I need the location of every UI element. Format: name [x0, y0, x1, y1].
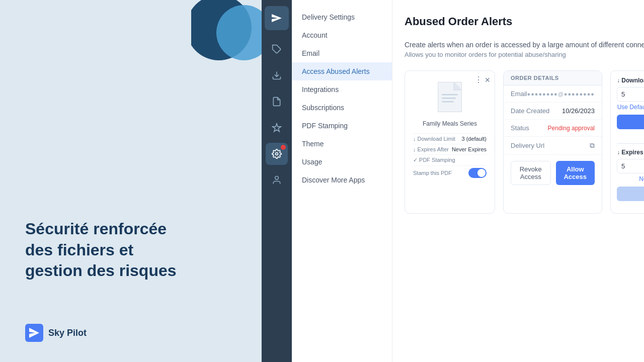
stamp-pdf-label: Stamp this PDF — [413, 170, 452, 176]
user-icon — [272, 175, 282, 185]
order-actions: Revoke Access Allow Access — [504, 155, 602, 191]
stamp-pdf-toggle[interactable] — [468, 168, 487, 178]
expires-after-section: ↓ Expires After Never Expires Days Never… — [617, 149, 644, 201]
svg-rect-10 — [442, 94, 458, 96]
logo-text: Sky Pilot — [48, 328, 87, 338]
svg-rect-2 — [25, 324, 43, 342]
content-area: Abused Order Alerts Save Create alerts w… — [392, 0, 644, 362]
nav-delivery-settings[interactable]: Delivery Settings — [292, 8, 392, 26]
nav-access-abused-alerts[interactable]: Access Abused Alerts — [292, 62, 392, 80]
close-icon[interactable]: ✕ — [485, 76, 491, 84]
order-date-value: 10/26/2023 — [562, 107, 595, 115]
hero-decoration — [191, 0, 262, 68]
download-save-button[interactable]: Save — [617, 115, 644, 129]
content-description: Create alerts when an order is accessed … — [405, 41, 644, 49]
order-status-badge: Pending approval — [548, 125, 595, 132]
svg-point-8 — [275, 176, 279, 180]
product-name: Family Meals Series — [423, 120, 477, 127]
order-details-card: ORDER DETAILS Email ●●●●●●●●@●●●●●●●● Da… — [503, 70, 602, 214]
expires-after-label: ↓ Expires After — [413, 146, 449, 152]
revoke-access-button[interactable]: Revoke Access — [511, 161, 551, 185]
download-limit-input-row: Downloads — [617, 87, 644, 102]
svg-marker-4 — [272, 14, 282, 22]
hero-line3: gestion des risques — [25, 261, 177, 280]
product-details-rows: ↓ Download Limit 3 (default) ↓ Expires A… — [413, 133, 487, 180]
expires-section-label: ↓ Expires After Never Expires — [617, 149, 644, 156]
expires-save-button[interactable]: Save — [617, 187, 644, 201]
file-icon — [272, 97, 282, 107]
order-date-row: Date Created 10/26/2023 — [504, 103, 602, 120]
dots-menu-icon[interactable]: ⋮ — [474, 75, 482, 84]
download-icon — [272, 70, 282, 80]
nav-account[interactable]: Account — [292, 26, 392, 44]
notification-badge — [281, 145, 286, 150]
sidebar-item-file[interactable] — [266, 90, 288, 113]
icon-sidebar — [262, 0, 292, 362]
content-header: Abused Order Alerts Save — [405, 12, 644, 31]
nav-email[interactable]: Email — [292, 44, 392, 62]
file-icon-wrap — [435, 79, 465, 115]
use-default-limit-link[interactable]: Use Default Download Limit(3) — [617, 104, 644, 111]
hero-line1: Sécurité renforcée — [25, 220, 167, 238]
allow-access-button[interactable]: Allow Access — [556, 161, 595, 185]
download-limit-section-label: ↓ Download Limit 3 (default) — [617, 77, 644, 84]
logo-area: Sky Pilot — [25, 324, 87, 342]
page-title: Abused Order Alerts — [405, 15, 512, 28]
card-divider — [617, 143, 644, 144]
order-delivery-row: Delivery Url ⧉ — [504, 137, 602, 155]
expires-after-value: Never Expires — [452, 146, 487, 152]
tag-icon — [272, 44, 282, 54]
nav-integrations[interactable]: Integrations — [292, 80, 392, 99]
download-limit-section: ↓ Download Limit 3 (default) Downloads U… — [617, 77, 644, 137]
sidebar-item-tag[interactable] — [266, 38, 288, 60]
download-limit-label: ↓ Download Limit — [413, 136, 455, 142]
file-document-icon — [438, 82, 462, 112]
nav-subscriptions[interactable]: Subscriptions — [292, 99, 392, 117]
nav-menu: Delivery Settings Account Email Access A… — [292, 0, 392, 362]
order-status-row: Status Pending approval — [504, 120, 602, 137]
sidebar-item-settings[interactable] — [266, 143, 288, 165]
content-sub-description: Allows you to monitor orders for potenti… — [405, 51, 644, 58]
order-status-label: Status — [511, 124, 529, 132]
order-card-header: ORDER DETAILS — [504, 71, 602, 85]
left-panel: Sécurité renforcée des fichiers et gesti… — [0, 0, 262, 362]
main-content: Delivery Settings Account Email Access A… — [292, 0, 644, 362]
pdf-stamping-row: ✓ PDF Stamping — [413, 154, 487, 165]
order-rows: Email ●●●●●●●●@●●●●●●●● Date Created 10/… — [504, 85, 602, 155]
nav-pdf-stamping[interactable]: PDF Stamping — [292, 117, 392, 135]
nav-theme[interactable]: Theme — [292, 135, 392, 153]
never-expires-link[interactable]: Never Expires — [617, 175, 644, 183]
stamp-pdf-row: Stamp this PDF — [413, 165, 487, 180]
expires-input-row: Days — [617, 159, 644, 173]
sidebar-item-download[interactable] — [266, 64, 288, 86]
download-limit-value: 3 (default) — [461, 136, 487, 142]
order-email-row: Email ●●●●●●●●@●●●●●●●● — [504, 85, 602, 103]
hero-line2: des fichiers et — [25, 241, 133, 259]
hero-text: Sécurité renforcée des fichiers et gesti… — [25, 219, 236, 282]
order-date-label: Date Created — [511, 107, 549, 115]
sparkle-icon — [272, 123, 282, 133]
expires-input[interactable] — [617, 159, 644, 173]
order-email-value: ●●●●●●●●@●●●●●●●● — [527, 91, 595, 97]
preview-cards: ⋮ ✕ Family Meals Series — [405, 70, 644, 214]
sidebar-logo — [265, 6, 289, 30]
svg-rect-12 — [442, 101, 454, 103]
download-expires-card: ↓ Download Limit 3 (default) Downloads U… — [610, 70, 644, 214]
nav-discover-more[interactable]: Discover More Apps — [292, 171, 392, 189]
expires-after-row: ↓ Expires After Never Expires — [413, 144, 487, 154]
order-delivery-label: Delivery Url — [511, 142, 544, 149]
pdf-stamping-label: ✓ PDF Stamping — [413, 157, 455, 163]
product-mini-card: ⋮ ✕ Family Meals Series — [405, 70, 495, 214]
right-panel: Delivery Settings Account Email Access A… — [262, 0, 644, 362]
nav-usage[interactable]: Usage — [292, 153, 392, 171]
logo-icon — [25, 324, 43, 342]
sidebar-item-user[interactable] — [266, 169, 288, 191]
settings-icon — [272, 149, 282, 159]
svg-point-7 — [276, 153, 278, 155]
copy-icon[interactable]: ⧉ — [590, 141, 595, 150]
download-limit-row: ↓ Download Limit 3 (default) — [413, 133, 487, 144]
order-email-label: Email — [511, 90, 527, 98]
card-menu: ⋮ ✕ — [474, 75, 491, 84]
download-limit-input[interactable] — [617, 87, 644, 101]
sidebar-item-sparkle[interactable] — [266, 117, 288, 139]
